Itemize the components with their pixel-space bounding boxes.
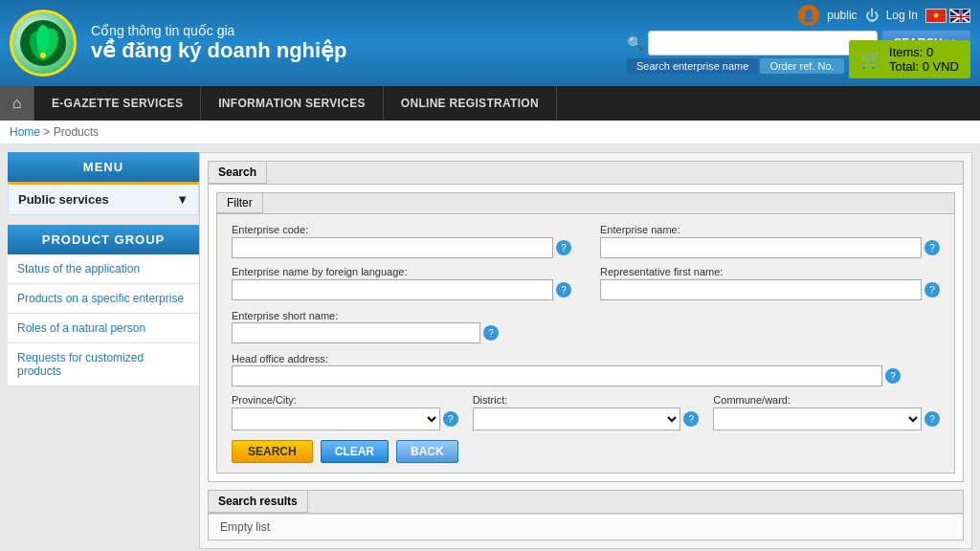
header: Cổng thông tin quốc gia về đăng ký doanh… xyxy=(0,0,980,86)
nav-item-information[interactable]: INFORMATION SERVICES xyxy=(201,86,384,121)
representative-input[interactable] xyxy=(600,279,922,300)
foreign-name-input[interactable] xyxy=(232,279,553,300)
enterprise-name-wrap: ? xyxy=(600,237,940,258)
results-panel: Search results Empty list xyxy=(208,490,964,540)
breadcrumb-current: Products xyxy=(54,125,99,139)
sidebar-link-status[interactable]: Status of the application xyxy=(8,254,199,284)
user-bar: 👤 public ⏻ Log In xyxy=(798,5,970,26)
sidebar-menu-header: MENU xyxy=(8,152,199,182)
foreign-name-help-icon[interactable]: ? xyxy=(556,282,571,298)
logo xyxy=(10,10,77,77)
form-group-province: Province/City: ? xyxy=(232,394,458,430)
flags xyxy=(925,9,970,23)
breadcrumb-home[interactable]: Home xyxy=(10,125,40,139)
district-help-icon[interactable]: ? xyxy=(683,411,699,427)
form-group-enterprise-code: Enterprise code: ? xyxy=(232,224,571,258)
cart-items: Items: 0 xyxy=(889,45,959,59)
breadcrumb-separator: > xyxy=(43,125,53,139)
short-name-help-icon[interactable]: ? xyxy=(483,325,499,341)
search-tab-order[interactable]: Order ref. No. xyxy=(760,58,843,74)
filter-header: Filter xyxy=(217,193,954,214)
district-wrap: ? xyxy=(473,408,700,430)
form-row-4: Head office address: ? xyxy=(232,351,940,386)
enterprise-code-help-icon[interactable]: ? xyxy=(556,240,571,255)
power-icon: ⏻ xyxy=(865,8,879,23)
sidebar-public-services-label: Public services xyxy=(18,192,109,207)
commune-label: Commune/ward: xyxy=(713,394,940,406)
logo-circle xyxy=(10,10,77,77)
form-group-district: District: ? xyxy=(473,394,700,430)
enterprise-name-label: Enterprise name: xyxy=(600,224,940,235)
filter-title: Filter xyxy=(217,193,263,213)
search-tab-enterprise[interactable]: Search enterprise name xyxy=(627,58,758,74)
search-button[interactable]: SEARCH xyxy=(232,440,313,463)
results-panel-title: Search results xyxy=(209,491,308,513)
form-group-commune: Commune/ward: ? xyxy=(713,394,940,430)
form-row-5: Province/City: ? District: ? xyxy=(232,394,940,430)
form-row-1: Enterprise code: ? Enterprise name: ? xyxy=(232,224,940,258)
product-group-header: PRODUCT GROUP xyxy=(8,225,199,254)
search-icon: 🔍 xyxy=(627,35,643,51)
address-label: Head office address: xyxy=(232,353,328,364)
sidebar-link-requests[interactable]: Requests for customized products xyxy=(8,343,199,386)
main-content: MENU Public services ▼ PRODUCT GROUP Sta… xyxy=(0,144,980,551)
nav-bar: ⌂ E-GAZETTE SERVICES INFORMATION SERVICE… xyxy=(0,86,980,121)
district-select[interactable] xyxy=(473,408,681,430)
back-button[interactable]: BACK xyxy=(396,440,458,463)
search-panel: Search Filter Enterprise code: ? xyxy=(208,161,964,482)
short-name-label: Enterprise short name: xyxy=(232,310,338,321)
sidebar-link-products[interactable]: Products on a specific enterprise xyxy=(8,284,199,314)
province-select[interactable] xyxy=(232,408,440,430)
form-group-foreign-name: Enterprise name by foreign language: ? xyxy=(232,266,571,300)
svg-point-3 xyxy=(36,25,50,52)
nav-item-egazette[interactable]: E-GAZETTE SERVICES xyxy=(34,86,201,121)
cart-total: Total: 0 VND xyxy=(889,59,959,74)
header-line2: về đăng ký doanh nghiệp xyxy=(91,38,347,63)
form-row-3: Enterprise short name: ? xyxy=(232,308,940,343)
sidebar-public-services[interactable]: Public services ▼ xyxy=(8,182,199,215)
search-panel-title: Search xyxy=(209,162,267,184)
enterprise-code-input[interactable] xyxy=(232,237,553,258)
search-panel-header: Search xyxy=(209,162,963,185)
enterprise-code-wrap: ? xyxy=(232,237,571,258)
province-label: Province/City: xyxy=(232,394,458,406)
nav-item-registration[interactable]: ONLINE REGISTRATION xyxy=(384,86,557,121)
commune-help-icon[interactable]: ? xyxy=(924,411,940,427)
district-label: District: xyxy=(473,394,700,406)
flag-vn xyxy=(925,9,947,23)
representative-label: Representative first name: xyxy=(600,266,940,277)
clear-button[interactable]: CLEAR xyxy=(321,440,389,463)
empty-list: Empty list xyxy=(209,514,963,540)
short-name-wrap: ? xyxy=(232,322,940,343)
breadcrumb: Home > Products xyxy=(0,121,980,144)
sidebar: MENU Public services ▼ PRODUCT GROUP Sta… xyxy=(8,152,199,549)
cart-bar[interactable]: 🛒 Items: 0 Total: 0 VND xyxy=(849,40,970,78)
address-input[interactable] xyxy=(232,365,882,386)
sidebar-link-roles[interactable]: Roles of a natural person xyxy=(8,314,199,343)
province-help-icon[interactable]: ? xyxy=(443,411,458,427)
form-group-representative: Representative first name: ? xyxy=(600,266,940,300)
btn-row: SEARCH CLEAR BACK xyxy=(232,440,940,463)
sidebar-arrow-icon: ▼ xyxy=(176,192,189,207)
commune-select[interactable] xyxy=(713,408,922,430)
svg-point-4 xyxy=(40,53,46,58)
cart-icon: 🛒 xyxy=(860,49,881,70)
username-label: public xyxy=(827,9,857,22)
enterprise-name-help-icon[interactable]: ? xyxy=(924,240,940,255)
form-group-enterprise-name: Enterprise name: ? xyxy=(600,224,940,258)
address-wrap: ? xyxy=(232,365,940,386)
enterprise-name-input[interactable] xyxy=(600,237,922,258)
foreign-name-wrap: ? xyxy=(232,279,571,300)
address-help-icon[interactable]: ? xyxy=(885,368,901,384)
representative-help-icon[interactable]: ? xyxy=(924,282,940,298)
enterprise-code-label: Enterprise code: xyxy=(232,224,571,235)
commune-wrap: ? xyxy=(713,408,940,430)
short-name-input[interactable] xyxy=(232,322,480,343)
content-area: Search Filter Enterprise code: ? xyxy=(199,152,972,549)
filter-section: Filter Enterprise code: ? Ent xyxy=(216,192,955,474)
nav-home-button[interactable]: ⌂ xyxy=(0,86,34,121)
cart-info: Items: 0 Total: 0 VND xyxy=(889,45,959,74)
search-input-main[interactable] xyxy=(648,31,878,55)
login-button[interactable]: Log In xyxy=(886,9,918,22)
filter-body: Enterprise code: ? Enterprise name: ? xyxy=(217,214,954,473)
